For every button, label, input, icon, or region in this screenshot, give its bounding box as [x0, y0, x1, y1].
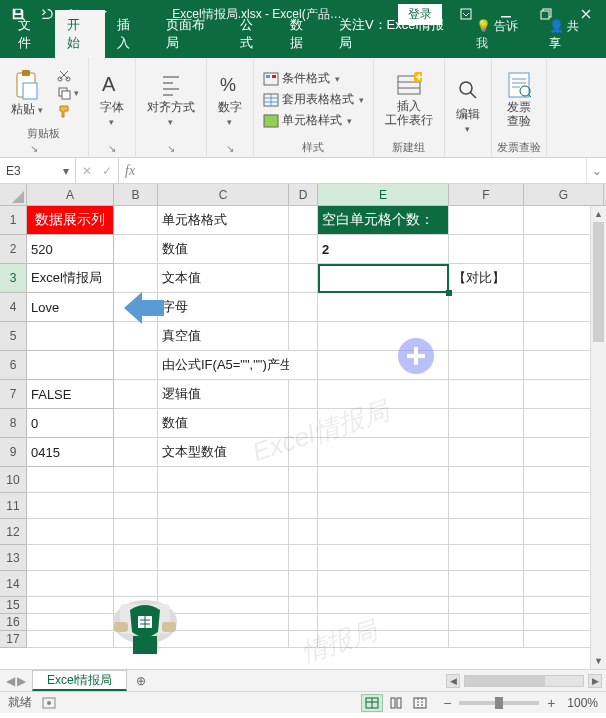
cell-d3[interactable] [289, 264, 318, 293]
cell-a13[interactable] [27, 545, 114, 571]
cell-f9[interactable] [449, 438, 524, 467]
share-button[interactable]: 👤 共享 [539, 12, 600, 58]
cell-a4[interactable]: Love [27, 293, 114, 322]
cell-d7[interactable] [289, 380, 318, 409]
cell-e16[interactable] [318, 614, 449, 631]
cell-e8[interactable] [318, 409, 449, 438]
sheet-tab-active[interactable]: Excel情报局 [32, 670, 127, 691]
cell-a11[interactable] [27, 493, 114, 519]
fx-icon[interactable]: fx [119, 163, 141, 179]
cell-e14[interactable] [318, 571, 449, 597]
insert-sheet-row-button[interactable]: 插入 工作表行 [379, 70, 439, 130]
col-header-f[interactable]: F [449, 184, 524, 205]
zoom-in-button[interactable]: + [545, 695, 557, 711]
cell-e13[interactable] [318, 545, 449, 571]
cell-d17[interactable] [289, 631, 318, 648]
cell-c9[interactable]: 文本型数值 [158, 438, 289, 467]
cell-f2[interactable] [449, 235, 524, 264]
scrollbar-thumb[interactable] [593, 222, 604, 342]
cell-b1[interactable] [114, 206, 158, 235]
cell-b9[interactable] [114, 438, 158, 467]
cell-d15[interactable] [289, 597, 318, 614]
cell-e10[interactable] [318, 467, 449, 493]
confirm-formula-icon[interactable]: ✓ [102, 164, 112, 178]
cell-c2[interactable]: 数值 [158, 235, 289, 264]
cell-b8[interactable] [114, 409, 158, 438]
cell-d5[interactable] [289, 322, 318, 351]
cell-d13[interactable] [289, 545, 318, 571]
name-box-dropdown-icon[interactable]: ▾ [63, 164, 69, 178]
row-header[interactable]: 10 [0, 467, 27, 493]
zoom-slider-track[interactable] [459, 701, 539, 705]
cell-styles-button[interactable]: 单元格样式 [259, 111, 368, 130]
cell-e7[interactable] [318, 380, 449, 409]
sheet-nav-next-icon[interactable]: ▶ [17, 674, 26, 688]
cell-b3[interactable] [114, 264, 158, 293]
alignment-launcher-icon[interactable]: ↘ [164, 141, 178, 155]
col-header-b[interactable]: B [114, 184, 158, 205]
cell-c7[interactable]: 逻辑值 [158, 380, 289, 409]
hscroll-right-icon[interactable]: ▶ [588, 674, 602, 688]
cell-e15[interactable] [318, 597, 449, 614]
row-header[interactable]: 8 [0, 409, 27, 438]
col-header-e[interactable]: E [318, 184, 449, 205]
zoom-slider-thumb[interactable] [495, 697, 503, 709]
invoice-check-button[interactable]: 发票 查验 [500, 69, 538, 131]
cell-f7[interactable] [449, 380, 524, 409]
view-page-break-button[interactable] [409, 694, 431, 712]
row-header[interactable]: 15 [0, 597, 27, 614]
tell-me-input[interactable]: 💡 告诉我 [466, 12, 539, 58]
format-painter-button[interactable] [53, 103, 83, 119]
cell-e4[interactable] [318, 293, 449, 322]
cell-b7[interactable] [114, 380, 158, 409]
name-box[interactable]: E3▾ [0, 158, 76, 183]
cell-e11[interactable] [318, 493, 449, 519]
row-header[interactable]: 7 [0, 380, 27, 409]
cell-a1[interactable]: 数据展示列 [27, 206, 114, 235]
cell-c5[interactable]: 真空值 [158, 322, 289, 351]
cell-c6[interactable]: 由公式IF(A5="","")产生的空值 [158, 351, 289, 380]
cell-a7[interactable]: FALSE [27, 380, 114, 409]
cell-b10[interactable] [114, 467, 158, 493]
row-header[interactable]: 3 [0, 264, 27, 293]
clipboard-launcher-icon[interactable]: ↘ [27, 141, 41, 155]
view-page-layout-button[interactable] [385, 694, 407, 712]
arrow-shape[interactable] [124, 290, 166, 326]
cell-d9[interactable] [289, 438, 318, 467]
cell-f10[interactable] [449, 467, 524, 493]
cell-b6[interactable] [114, 351, 158, 380]
cell-d12[interactable] [289, 519, 318, 545]
cell-a10[interactable] [27, 467, 114, 493]
cell-f17[interactable] [449, 631, 524, 648]
new-sheet-button[interactable]: ⊕ [127, 670, 155, 691]
number-dropdown[interactable]: %数字▾ [212, 69, 248, 131]
cell-a3[interactable]: Excel情报局 [27, 264, 114, 293]
editing-dropdown[interactable]: 编辑▾ [450, 76, 486, 138]
cell-f1[interactable] [449, 206, 524, 235]
cell-b12[interactable] [114, 519, 158, 545]
cell-d4[interactable] [289, 293, 318, 322]
cell-e12[interactable] [318, 519, 449, 545]
cell-d10[interactable] [289, 467, 318, 493]
font-launcher-icon[interactable]: ↘ [105, 141, 119, 155]
cell-f16[interactable] [449, 614, 524, 631]
cell-f4[interactable] [449, 293, 524, 322]
row-header[interactable]: 17 [0, 631, 27, 648]
cell-d16[interactable] [289, 614, 318, 631]
cell-f5[interactable] [449, 322, 524, 351]
row-header[interactable]: 1 [0, 206, 27, 235]
cut-button[interactable] [53, 67, 83, 83]
paste-button[interactable]: 粘贴 ▾ [5, 67, 49, 119]
cell-a5[interactable] [27, 322, 114, 351]
cell-d1[interactable] [289, 206, 318, 235]
cell-f3[interactable]: 【对比】 [449, 264, 524, 293]
cancel-formula-icon[interactable]: ✕ [82, 164, 92, 178]
number-launcher-icon[interactable]: ↘ [223, 141, 237, 155]
tab-file[interactable]: 文件 [6, 10, 55, 58]
col-header-d[interactable]: D [289, 184, 318, 205]
row-header[interactable]: 16 [0, 614, 27, 631]
alignment-dropdown[interactable]: 对齐方式▾ [141, 69, 201, 131]
zoom-level[interactable]: 100% [567, 696, 598, 710]
row-header[interactable]: 6 [0, 351, 27, 380]
cell-e1[interactable]: 空白单元格个数： [318, 206, 449, 235]
